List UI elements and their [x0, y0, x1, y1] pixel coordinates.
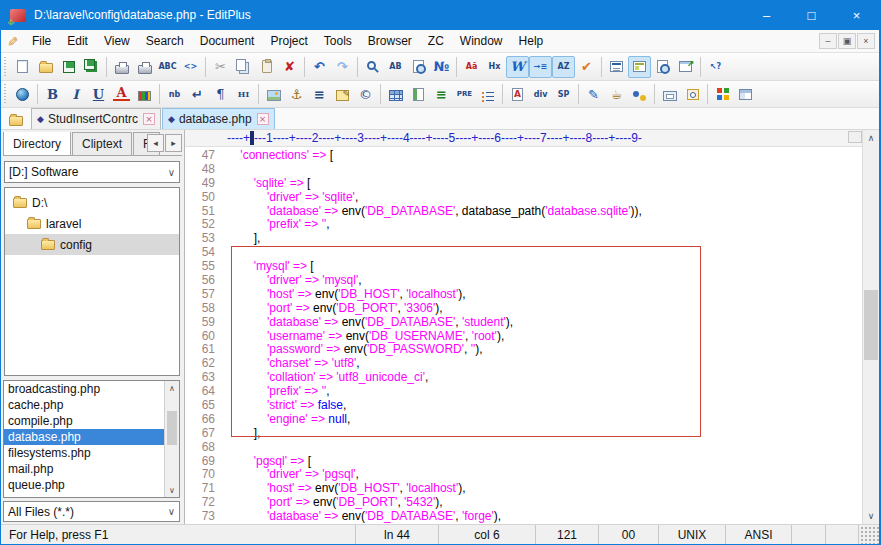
special-char-button[interactable]: ©: [354, 83, 377, 105]
print-preview-button[interactable]: [110, 56, 133, 78]
resize-grip[interactable]: [858, 525, 879, 545]
file-list[interactable]: broadcasting.phpcache.phpcompile.phpdata…: [3, 380, 180, 498]
menu-tools[interactable]: Tools: [316, 30, 360, 52]
tree-item-d[interactable]: D:\: [5, 192, 179, 213]
view-in-browser-button[interactable]: [674, 56, 697, 78]
anchor-button[interactable]: ⚓: [285, 83, 308, 105]
code-editor[interactable]: ----+----1----+----2----+----3----+----4…: [185, 130, 879, 524]
underline-button[interactable]: U: [87, 83, 110, 105]
menu-view[interactable]: View: [96, 30, 138, 52]
tree-item-laravel[interactable]: laravel: [5, 213, 179, 234]
script-button[interactable]: [407, 83, 430, 105]
new-document-button[interactable]: [11, 56, 34, 78]
sort-button[interactable]: AZ: [552, 56, 575, 78]
file-list-scrollbar[interactable]: ∧ ∨: [164, 381, 179, 497]
italic-button[interactable]: I: [64, 83, 87, 105]
file-item[interactable]: filesystems.php: [4, 445, 164, 461]
file-item[interactable]: mail.php: [4, 461, 164, 477]
scrollbar-thumb[interactable]: [167, 411, 177, 445]
menu-window[interactable]: Window: [452, 30, 511, 52]
edit-tag-button[interactable]: [331, 83, 354, 105]
menu-zc[interactable]: ZC: [420, 30, 452, 52]
span-button[interactable]: SP: [552, 83, 575, 105]
font-tag-button[interactable]: A: [506, 83, 529, 105]
menu-help[interactable]: Help: [511, 30, 552, 52]
paste-button[interactable]: [255, 56, 278, 78]
copy-button[interactable]: [232, 56, 255, 78]
maximize-button[interactable]: □: [789, 0, 834, 30]
open-file-button[interactable]: [34, 56, 57, 78]
find-in-files-button[interactable]: [407, 56, 430, 78]
mdi-minimize-button[interactable]: –: [819, 33, 837, 49]
scroll-up-icon[interactable]: ∧: [863, 130, 879, 146]
context-help-button[interactable]: ↖?: [704, 56, 727, 78]
sidebar-tab-scroll-left[interactable]: ◂: [147, 134, 164, 152]
hex-viewer-button[interactable]: Hx: [483, 56, 506, 78]
horizontal-rule-button[interactable]: ≡: [308, 83, 331, 105]
delete-button[interactable]: ✘: [278, 56, 301, 78]
replace-button[interactable]: AB: [384, 56, 407, 78]
bold-button[interactable]: B: [41, 83, 64, 105]
menu-file[interactable]: File: [24, 30, 59, 52]
form-button[interactable]: [658, 83, 681, 105]
print-button[interactable]: [133, 56, 156, 78]
activex-button[interactable]: [711, 83, 734, 105]
color-picker-button[interactable]: [133, 83, 156, 105]
sidebar-tab-cliptext[interactable]: Cliptext: [72, 132, 132, 155]
toolbar-grip[interactable]: [3, 57, 8, 77]
file-item[interactable]: queue.php: [4, 477, 164, 493]
directory-tree[interactable]: D:\laravelconfig: [4, 187, 180, 376]
html-source-button[interactable]: <>: [179, 56, 202, 78]
document-list-button[interactable]: [605, 56, 628, 78]
form-field-button[interactable]: [681, 83, 704, 105]
browser-button[interactable]: [11, 83, 34, 105]
menu-browser[interactable]: Browser: [360, 30, 420, 52]
font-color-button[interactable]: A: [110, 83, 133, 105]
auto-indent-button[interactable]: →≡: [529, 56, 552, 78]
cliptext-panel-button[interactable]: [628, 56, 651, 78]
sidebar-tab-scroll-right[interactable]: ▸: [165, 134, 182, 152]
cut-button[interactable]: ✂: [209, 56, 232, 78]
file-item[interactable]: broadcasting.php: [4, 381, 164, 397]
save-all-button[interactable]: [80, 56, 103, 78]
scroll-up-icon[interactable]: ∧: [165, 381, 179, 395]
nbsp-button[interactable]: nb: [163, 83, 186, 105]
layout-button[interactable]: [734, 83, 757, 105]
table-button[interactable]: [384, 83, 407, 105]
div-button[interactable]: div: [529, 83, 552, 105]
tab-close-icon[interactable]: ×: [257, 113, 269, 125]
file-filter-select[interactable]: All Files (*.*) ∨: [3, 501, 180, 522]
goto-line-button[interactable]: №: [430, 56, 453, 78]
spell-check-button[interactable]: ABC: [156, 56, 179, 78]
undo-button[interactable]: ↶: [308, 56, 331, 78]
pre-button[interactable]: PRE: [453, 83, 476, 105]
scroll-down-icon[interactable]: ∨: [863, 508, 879, 524]
menu-document[interactable]: Document: [192, 30, 263, 52]
mdi-restore-button[interactable]: ▣: [838, 33, 856, 49]
list-button[interactable]: [476, 83, 499, 105]
toolbar-grip[interactable]: [3, 84, 8, 104]
word-wrap-button[interactable]: W: [506, 56, 529, 78]
menu-search[interactable]: Search: [138, 30, 192, 52]
minimize-button[interactable]: –: [744, 0, 789, 30]
syntax-check-button[interactable]: ✔: [575, 56, 598, 78]
project-folder-button[interactable]: [5, 109, 27, 129]
tree-item-config[interactable]: config: [5, 234, 179, 255]
sidebar-tab-directory[interactable]: Directory: [3, 132, 71, 155]
shapes-button[interactable]: [628, 83, 651, 105]
menu-edit[interactable]: Edit: [59, 30, 96, 52]
ftp-upload-button[interactable]: [651, 56, 674, 78]
mdi-close-button[interactable]: ×: [857, 33, 875, 49]
editor-scrollbar[interactable]: ∧ ∨: [862, 130, 879, 524]
close-button[interactable]: ×: [834, 0, 879, 30]
paragraph-button[interactable]: ¶: [209, 83, 232, 105]
cup-button[interactable]: ☕: [605, 83, 628, 105]
case-convert-button[interactable]: Aā: [460, 56, 483, 78]
scroll-down-icon[interactable]: ∨: [165, 483, 179, 497]
find-button[interactable]: [361, 56, 384, 78]
heading-button[interactable]: HI: [232, 83, 255, 105]
tab-database.php[interactable]: ◆database.php×: [162, 108, 275, 129]
scrollbar-thumb[interactable]: [864, 290, 878, 360]
center-text-button[interactable]: ≡: [430, 83, 453, 105]
menu-project[interactable]: Project: [262, 30, 315, 52]
